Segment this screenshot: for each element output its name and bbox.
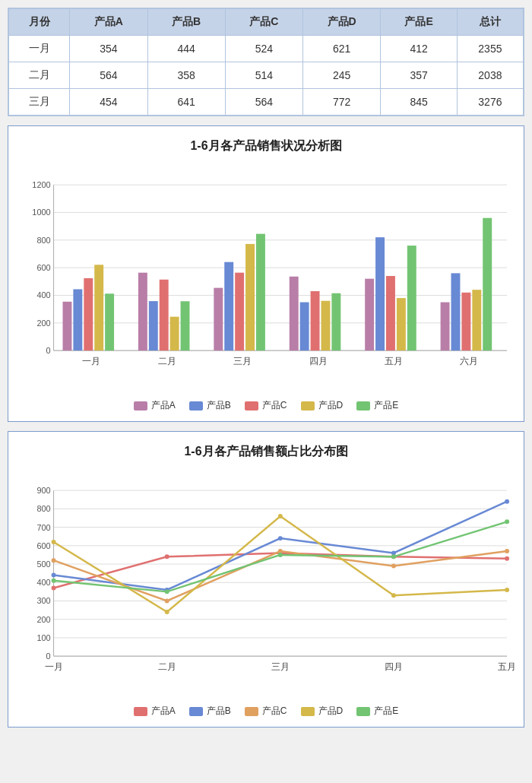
legend-color-box — [301, 401, 315, 411]
svg-text:200: 200 — [36, 615, 50, 624]
table-header-cell: 产品D — [303, 9, 381, 36]
svg-rect-18 — [84, 278, 93, 350]
svg-text:四月: 四月 — [385, 661, 403, 672]
svg-rect-28 — [214, 288, 223, 350]
line-chart-container: 0100200300400500600700800900一月二月三月四月五月 — [17, 471, 515, 699]
svg-rect-30 — [235, 273, 244, 350]
svg-point-94 — [52, 540, 56, 544]
svg-text:400: 400 — [36, 578, 50, 587]
line-chart-svg: 0100200300400500600700800900一月二月三月四月五月 — [17, 471, 515, 699]
svg-rect-43 — [397, 298, 406, 350]
svg-text:200: 200 — [36, 319, 50, 328]
svg-point-84 — [52, 573, 56, 578]
table-header-cell: 产品C — [225, 9, 302, 36]
legend-label: 产品E — [374, 705, 398, 718]
table-cell: 564 — [225, 89, 302, 116]
legend-item: 产品B — [189, 399, 231, 412]
table-cell: 444 — [147, 36, 225, 62]
svg-rect-25 — [170, 317, 179, 351]
legend-item: 产品D — [301, 399, 344, 412]
svg-rect-40 — [365, 279, 374, 350]
svg-text:1200: 1200 — [32, 180, 50, 189]
svg-rect-32 — [256, 234, 265, 351]
legend-item: 产品E — [356, 399, 398, 412]
legend-label: 产品B — [207, 705, 231, 718]
svg-rect-22 — [138, 273, 147, 350]
svg-text:800: 800 — [36, 236, 50, 245]
svg-rect-47 — [451, 273, 461, 350]
table-cell: 二月 — [9, 62, 70, 89]
svg-point-97 — [391, 593, 396, 598]
svg-rect-42 — [386, 276, 395, 350]
svg-point-89 — [52, 558, 56, 563]
legend-color-box — [134, 401, 147, 411]
line-chart-legend: 产品A产品B产品C产品D产品E — [17, 705, 515, 718]
table-header-cell: 总计 — [457, 9, 523, 36]
table-cell: 3276 — [457, 89, 523, 116]
legend-color-box — [245, 401, 258, 411]
legend-color-box — [189, 707, 203, 716]
svg-point-99 — [52, 579, 56, 583]
legend-color-box — [245, 707, 258, 716]
svg-rect-44 — [407, 246, 416, 350]
data-table-section: 月份产品A产品B产品C产品D产品E总计 一月354444524621412235… — [8, 8, 524, 116]
table-header-cell: 产品B — [147, 9, 225, 36]
svg-text:六月: 六月 — [460, 356, 478, 366]
svg-text:四月: 四月 — [309, 356, 328, 366]
svg-text:500: 500 — [36, 560, 50, 569]
svg-rect-37 — [321, 301, 330, 350]
bar-chart-legend: 产品A产品B产品C产品D产品E — [17, 399, 515, 412]
line-chart-title: 1-6月各产品销售额占比分布图 — [17, 444, 515, 460]
svg-text:三月: 三月 — [271, 661, 290, 672]
legend-color-box — [134, 707, 147, 716]
table-cell: 2355 — [457, 36, 523, 62]
line-chart-section: 1-6月各产品销售额占比分布图 010020030040050060070080… — [8, 431, 524, 728]
svg-rect-48 — [461, 293, 470, 350]
svg-rect-20 — [105, 293, 114, 350]
bar-chart-title: 1-6月各产品销售状况分析图 — [17, 138, 515, 154]
svg-point-80 — [165, 554, 169, 559]
table-header-cell: 产品E — [381, 9, 458, 36]
table-cell: 三月 — [9, 89, 70, 116]
svg-rect-50 — [483, 218, 492, 350]
table-header-cell: 产品A — [70, 9, 147, 36]
table-cell: 一月 — [9, 36, 70, 62]
svg-text:800: 800 — [36, 504, 50, 513]
svg-text:0: 0 — [46, 651, 51, 661]
svg-rect-49 — [472, 290, 481, 350]
table-cell: 564 — [70, 62, 147, 89]
legend-label: 产品E — [374, 399, 398, 412]
svg-text:一月: 一月 — [82, 356, 100, 366]
legend-label: 产品D — [318, 705, 344, 718]
svg-point-93 — [505, 549, 509, 553]
table-cell: 245 — [303, 62, 381, 89]
data-table: 月份产品A产品B产品C产品D产品E总计 一月354444524621412235… — [8, 8, 524, 116]
svg-point-79 — [52, 586, 56, 591]
svg-rect-31 — [245, 244, 255, 350]
bar-chart-section: 1-6月各产品销售状况分析图 020040060080010001200一月二月… — [8, 125, 524, 422]
table-row: 一月3544445246214122355 — [9, 36, 524, 62]
svg-point-83 — [505, 556, 509, 561]
legend-color-box — [356, 401, 370, 411]
svg-text:300: 300 — [36, 596, 50, 605]
legend-color-box — [189, 401, 203, 411]
svg-rect-36 — [311, 291, 320, 350]
svg-point-103 — [505, 519, 509, 524]
svg-point-86 — [278, 536, 283, 540]
legend-item: 产品D — [301, 705, 344, 718]
table-cell: 845 — [381, 89, 458, 116]
svg-point-100 — [165, 589, 169, 594]
table-cell: 621 — [303, 36, 381, 62]
svg-point-102 — [391, 554, 396, 559]
legend-item: 产品A — [134, 705, 176, 718]
table-cell: 357 — [381, 62, 458, 89]
legend-label: 产品A — [151, 399, 176, 412]
table-cell: 641 — [147, 89, 225, 116]
legend-color-box — [301, 707, 315, 716]
svg-point-98 — [505, 588, 509, 592]
svg-text:二月: 二月 — [158, 661, 176, 672]
table-cell: 354 — [70, 36, 147, 62]
legend-color-box — [356, 707, 370, 716]
legend-item: 产品C — [245, 399, 287, 412]
table-cell: 514 — [225, 62, 302, 89]
